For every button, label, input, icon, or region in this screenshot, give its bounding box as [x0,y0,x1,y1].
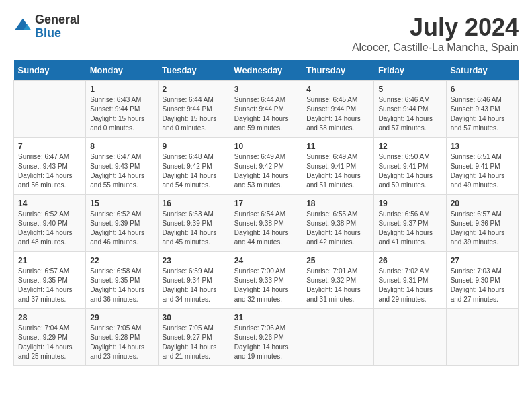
calendar-cell: 16Sunrise: 6:53 AM Sunset: 9:39 PM Dayli… [158,195,230,252]
calendar-cell [374,309,446,366]
day-info: Sunrise: 6:57 AM Sunset: 9:36 PM Dayligh… [451,210,514,247]
day-info: Sunrise: 6:50 AM Sunset: 9:41 PM Dayligh… [378,152,441,190]
day-info: Sunrise: 6:53 AM Sunset: 9:39 PM Dayligh… [163,210,226,247]
day-info: Sunrise: 7:02 AM Sunset: 9:31 PM Dayligh… [378,267,441,304]
calendar-cell: 24Sunrise: 7:00 AM Sunset: 9:33 PM Dayli… [230,252,302,309]
day-info: Sunrise: 6:58 AM Sunset: 9:35 PM Dayligh… [90,267,153,304]
calendar-cell: 29Sunrise: 7:05 AM Sunset: 9:28 PM Dayli… [86,309,158,366]
weekday-header-row: SundayMondayTuesdayWednesdayThursdayFrid… [14,60,519,81]
day-number: 18 [306,199,369,208]
day-number: 30 [163,313,226,322]
day-number: 17 [234,199,298,208]
calendar-cell: 3Sunrise: 6:44 AM Sunset: 9:44 PM Daylig… [230,81,302,138]
subtitle: Alcocer, Castille-La Mancha, Spain [352,42,519,54]
calendar-cell: 31Sunrise: 7:06 AM Sunset: 9:26 PM Dayli… [230,309,302,366]
weekday-header-tuesday: Tuesday [158,60,230,81]
calendar-cell: 18Sunrise: 6:55 AM Sunset: 9:38 PM Dayli… [302,195,374,252]
day-info: Sunrise: 7:04 AM Sunset: 9:29 PM Dayligh… [18,324,81,361]
calendar-cell: 21Sunrise: 6:57 AM Sunset: 9:35 PM Dayli… [14,252,86,309]
day-number: 9 [163,142,226,151]
day-number: 7 [18,142,81,151]
day-info: Sunrise: 6:52 AM Sunset: 9:39 PM Dayligh… [90,210,153,247]
calendar-cell: 5Sunrise: 6:46 AM Sunset: 9:44 PM Daylig… [374,81,446,138]
day-info: Sunrise: 6:45 AM Sunset: 9:44 PM Dayligh… [306,95,369,133]
day-info: Sunrise: 6:59 AM Sunset: 9:34 PM Dayligh… [163,267,226,304]
logo-icon [13,17,32,36]
day-info: Sunrise: 6:51 AM Sunset: 9:41 PM Dayligh… [451,152,514,190]
day-number: 8 [90,142,153,151]
day-number: 26 [378,256,441,265]
week-row-5: 28Sunrise: 7:04 AM Sunset: 9:29 PM Dayli… [14,309,519,366]
day-number: 6 [451,85,514,94]
calendar-cell: 25Sunrise: 7:01 AM Sunset: 9:32 PM Dayli… [302,252,374,309]
calendar-cell: 20Sunrise: 6:57 AM Sunset: 9:36 PM Dayli… [446,195,518,252]
day-info: Sunrise: 6:47 AM Sunset: 9:43 PM Dayligh… [18,152,81,190]
day-number: 27 [451,256,514,265]
week-row-4: 21Sunrise: 6:57 AM Sunset: 9:35 PM Dayli… [14,252,519,309]
calendar-cell: 6Sunrise: 6:46 AM Sunset: 9:43 PM Daylig… [446,81,518,138]
day-info: Sunrise: 6:44 AM Sunset: 9:44 PM Dayligh… [234,95,298,133]
calendar-cell: 30Sunrise: 7:05 AM Sunset: 9:27 PM Dayli… [158,309,230,366]
calendar-cell [302,309,374,366]
day-number: 29 [90,313,153,322]
calendar-cell: 7Sunrise: 6:47 AM Sunset: 9:43 PM Daylig… [14,138,86,195]
day-number: 2 [163,85,226,94]
day-info: Sunrise: 6:46 AM Sunset: 9:44 PM Dayligh… [378,95,441,133]
weekday-header-sunday: Sunday [14,60,86,81]
weekday-header-thursday: Thursday [302,60,374,81]
day-info: Sunrise: 6:44 AM Sunset: 9:44 PM Dayligh… [163,95,226,133]
calendar-table: SundayMondayTuesdayWednesdayThursdayFrid… [13,60,519,366]
calendar-cell: 27Sunrise: 7:03 AM Sunset: 9:30 PM Dayli… [446,252,518,309]
day-number: 3 [234,85,298,94]
day-info: Sunrise: 6:54 AM Sunset: 9:38 PM Dayligh… [234,210,298,247]
logo-blue-text: Blue [35,27,80,40]
calendar-cell: 11Sunrise: 6:49 AM Sunset: 9:41 PM Dayli… [302,138,374,195]
main-title: July 2024 [352,13,519,42]
day-info: Sunrise: 7:06 AM Sunset: 9:26 PM Dayligh… [234,324,298,361]
day-number: 15 [90,199,153,208]
day-number: 21 [18,256,81,265]
day-number: 1 [90,85,153,94]
calendar-cell: 4Sunrise: 6:45 AM Sunset: 9:44 PM Daylig… [302,81,374,138]
day-info: Sunrise: 6:56 AM Sunset: 9:37 PM Dayligh… [378,210,441,247]
day-info: Sunrise: 6:55 AM Sunset: 9:38 PM Dayligh… [306,210,369,247]
calendar-cell: 14Sunrise: 6:52 AM Sunset: 9:40 PM Dayli… [14,195,86,252]
calendar-cell: 10Sunrise: 6:49 AM Sunset: 9:42 PM Dayli… [230,138,302,195]
day-number: 11 [306,142,369,151]
calendar-cell: 19Sunrise: 6:56 AM Sunset: 9:37 PM Dayli… [374,195,446,252]
calendar-cell: 26Sunrise: 7:02 AM Sunset: 9:31 PM Dayli… [374,252,446,309]
day-number: 12 [378,142,441,151]
title-block: July 2024 Alcocer, Castille-La Mancha, S… [352,13,519,54]
day-number: 20 [451,199,514,208]
day-info: Sunrise: 6:49 AM Sunset: 9:42 PM Dayligh… [234,152,298,190]
day-info: Sunrise: 7:03 AM Sunset: 9:30 PM Dayligh… [451,267,514,304]
calendar-cell: 1Sunrise: 6:43 AM Sunset: 9:44 PM Daylig… [86,81,158,138]
calendar-cell: 2Sunrise: 6:44 AM Sunset: 9:44 PM Daylig… [158,81,230,138]
day-number: 14 [18,199,81,208]
day-number: 23 [163,256,226,265]
day-info: Sunrise: 7:05 AM Sunset: 9:28 PM Dayligh… [90,324,153,361]
day-number: 16 [163,199,226,208]
day-info: Sunrise: 6:52 AM Sunset: 9:40 PM Dayligh… [18,210,81,247]
day-info: Sunrise: 6:47 AM Sunset: 9:43 PM Dayligh… [90,152,153,190]
calendar-cell: 22Sunrise: 6:58 AM Sunset: 9:35 PM Dayli… [86,252,158,309]
day-number: 24 [234,256,298,265]
logo-general-text: General [35,13,80,27]
week-row-2: 7Sunrise: 6:47 AM Sunset: 9:43 PM Daylig… [14,138,519,195]
logo: General Blue [13,13,80,40]
day-info: Sunrise: 7:00 AM Sunset: 9:33 PM Dayligh… [234,267,298,304]
day-info: Sunrise: 6:57 AM Sunset: 9:35 PM Dayligh… [18,267,81,304]
day-info: Sunrise: 6:43 AM Sunset: 9:44 PM Dayligh… [90,95,153,133]
calendar-cell: 17Sunrise: 6:54 AM Sunset: 9:38 PM Dayli… [230,195,302,252]
day-info: Sunrise: 7:05 AM Sunset: 9:27 PM Dayligh… [163,324,226,361]
day-number: 25 [306,256,369,265]
calendar-cell: 9Sunrise: 6:48 AM Sunset: 9:42 PM Daylig… [158,138,230,195]
calendar-cell [446,309,518,366]
day-info: Sunrise: 6:46 AM Sunset: 9:43 PM Dayligh… [451,95,514,133]
weekday-header-friday: Friday [374,60,446,81]
calendar-cell: 23Sunrise: 6:59 AM Sunset: 9:34 PM Dayli… [158,252,230,309]
weekday-header-wednesday: Wednesday [230,60,302,81]
weekday-header-saturday: Saturday [446,60,518,81]
weekday-header-monday: Monday [86,60,158,81]
calendar-cell: 8Sunrise: 6:47 AM Sunset: 9:43 PM Daylig… [86,138,158,195]
